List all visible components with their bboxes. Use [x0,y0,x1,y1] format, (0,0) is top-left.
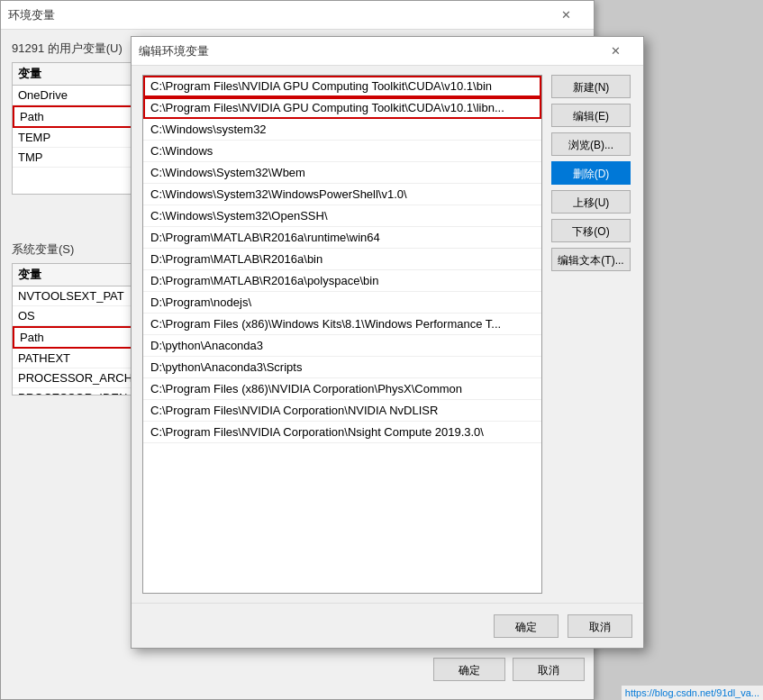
edit-dialog: 编辑环境变量 ✕ C:\Program Files\NVIDIA GPU Com… [131,36,644,649]
list-item[interactable]: C:\Program Files\NVIDIA GPU Computing To… [143,76,541,97]
edit-dialog-content: C:\Program Files\NVIDIA GPU Computing To… [132,66,643,603]
edit-ok-button[interactable]: 确定 [494,614,559,638]
edit-dialog-buttons: 新建(N) 编辑(E) 浏览(B)... 删除(D) 上移(U) 下移(O) 编… [551,75,632,594]
list-item[interactable]: D:\Program\MATLAB\R2016a\runtime\win64 [143,227,541,249]
list-item[interactable]: C:\Windows\System32\WindowsPowerShell\v1… [143,184,541,205]
env-cancel-button[interactable]: 取消 [513,658,585,681]
list-item[interactable]: C:\Program Files\NVIDIA Corporation\NVID… [143,400,541,422]
watermark: https://blog.csdn.net/91dl_va... [622,686,763,700]
edit-delete-button[interactable]: 删除(D) [551,161,631,185]
env-window-close-button[interactable]: ✕ [545,1,586,30]
list-item[interactable]: C:\Program Files\NVIDIA Corporation\Nsig… [143,422,541,443]
list-item[interactable]: C:\Program Files (x86)\NVIDIA Corporatio… [143,378,541,400]
edit-moveup-button[interactable]: 上移(U) [551,190,631,214]
edit-cancel-button[interactable]: 取消 [568,614,632,638]
list-item[interactable]: C:\Program Files (x86)\Windows Kits\8.1\… [143,314,541,335]
env-window-footer: 确定 取消 [433,658,585,681]
path-list[interactable]: C:\Program Files\NVIDIA GPU Computing To… [142,75,542,594]
env-ok-button[interactable]: 确定 [433,658,505,681]
list-item[interactable]: C:\Windows\System32\OpenSSH\ [143,205,541,227]
list-item[interactable]: D:\python\Anaconda3 [143,335,541,357]
list-item[interactable]: C:\Program Files\NVIDIA GPU Computing To… [143,97,541,119]
edit-movedown-button[interactable]: 下移(O) [551,219,631,242]
env-window-title: 环境变量 [8,7,55,23]
list-item[interactable]: D:\Program\nodejs\ [143,292,541,314]
edit-dialog-title-bar: 编辑环境变量 ✕ [132,37,643,66]
edit-new-button[interactable]: 新建(N) [551,75,631,98]
edit-edit-button[interactable]: 编辑(E) [551,104,631,127]
edit-dialog-title: 编辑环境变量 [139,43,209,59]
edit-browse-button[interactable]: 浏览(B)... [551,132,631,156]
list-item[interactable]: D:\Program\MATLAB\R2016a\bin [143,249,541,270]
list-item[interactable]: D:\Program\MATLAB\R2016a\polyspace\bin [143,270,541,292]
list-item[interactable]: C:\Windows\system32 [143,119,541,141]
edit-edittext-button[interactable]: 编辑文本(T)... [551,248,631,271]
list-item[interactable]: C:\Windows [143,141,541,162]
list-item[interactable]: C:\Windows\System32\Wbem [143,162,541,184]
env-window-title-bar: 环境变量 ✕ [1,1,594,30]
edit-dialog-close-button[interactable]: ✕ [595,37,636,66]
edit-dialog-footer: 确定 取消 [132,603,643,648]
list-item[interactable]: D:\python\Anaconda3\Scripts [143,357,541,378]
